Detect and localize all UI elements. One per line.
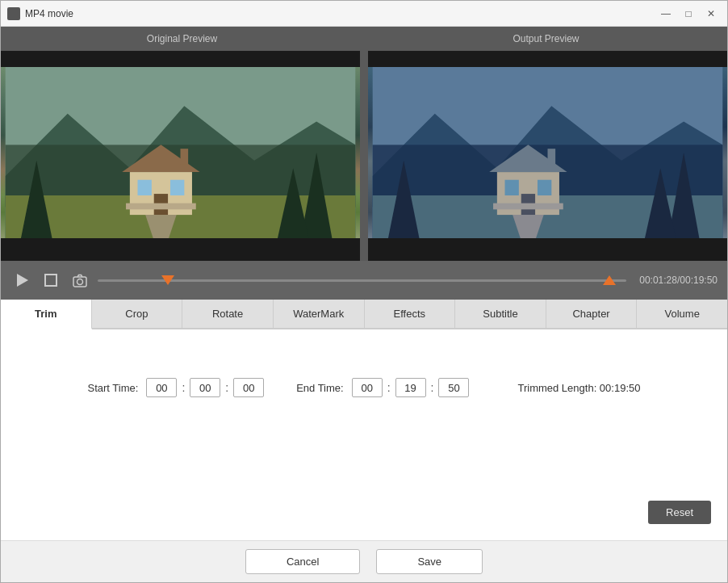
tab-subtitle[interactable]: Subtitle	[455, 300, 546, 328]
start-time-label: Start Time:	[88, 382, 139, 394]
original-bottom-bar	[1, 238, 360, 261]
preview-labels: Original Preview Output Preview	[1, 27, 727, 51]
seek-handle-right[interactable]	[603, 275, 616, 285]
output-preview-label: Output Preview	[365, 27, 727, 51]
tabs-bar: Trim Crop Rotate WaterMark Effects Subti…	[1, 300, 727, 329]
tab-trim[interactable]: Trim	[1, 300, 92, 329]
end-sep2: :	[431, 381, 434, 394]
preview-area: Original Preview Output Preview	[1, 27, 727, 261]
cancel-button[interactable]: Cancel	[245, 549, 360, 574]
main-window: MP4 movie — □ ✕ Original Preview Output …	[0, 0, 728, 583]
start-second-input[interactable]	[233, 378, 264, 397]
app-icon	[7, 7, 20, 20]
reset-btn-area: Reset	[648, 501, 711, 524]
content-area: Start Time: : : End Time: : : Trimmed Le…	[1, 329, 727, 540]
trimmed-length-label: Trimmed Length: 00:19:50	[517, 382, 640, 394]
tab-volume[interactable]: Volume	[637, 300, 727, 328]
stop-icon	[43, 272, 59, 288]
preview-videos	[1, 51, 727, 261]
snapshot-button[interactable]	[69, 269, 91, 292]
end-time-group: End Time: : :	[296, 378, 469, 397]
end-hour-input[interactable]	[352, 378, 383, 397]
close-button[interactable]: ✕	[701, 6, 721, 22]
titlebar: MP4 movie — □ ✕	[1, 1, 727, 27]
start-time-group: Start Time: : :	[88, 378, 265, 397]
end-time-label: End Time:	[296, 382, 344, 394]
seekbar-container[interactable]	[98, 274, 626, 287]
original-video-frame	[1, 67, 360, 238]
window-title: MP4 movie	[25, 8, 73, 19]
preview-gap	[360, 51, 368, 261]
camera-icon	[72, 272, 88, 288]
svg-rect-22	[538, 180, 551, 195]
original-preview-label: Original Preview	[1, 27, 363, 51]
svg-marker-30	[17, 274, 28, 287]
output-video-frame	[368, 67, 727, 238]
play-button[interactable]	[10, 269, 33, 292]
tab-crop[interactable]: Crop	[92, 300, 183, 328]
reset-button[interactable]: Reset	[648, 501, 711, 524]
original-video-panel	[1, 51, 360, 261]
output-top-bar	[368, 51, 727, 67]
svg-rect-10	[181, 149, 189, 164]
maximize-button[interactable]: □	[679, 6, 698, 22]
controls-bar: 00:01:28/00:19:50	[1, 261, 727, 300]
seek-handle-left[interactable]	[161, 275, 174, 285]
tab-rotate[interactable]: Rotate	[182, 300, 274, 328]
start-sep2: :	[225, 381, 228, 394]
titlebar-left: MP4 movie	[7, 7, 73, 20]
output-video-panel	[368, 51, 727, 261]
svg-point-33	[77, 279, 83, 285]
svg-rect-6	[138, 180, 152, 195]
minimize-button[interactable]: —	[656, 6, 676, 22]
end-minute-input[interactable]	[395, 378, 426, 397]
seek-track[interactable]	[98, 279, 626, 282]
svg-rect-9	[126, 203, 196, 210]
svg-rect-31	[45, 275, 56, 286]
output-bottom-bar	[368, 238, 727, 261]
tab-effects[interactable]: Effects	[365, 300, 456, 328]
time-display: 00:01:28/00:19:50	[639, 275, 718, 286]
titlebar-controls: — □ ✕	[656, 6, 721, 22]
svg-rect-7	[170, 180, 184, 195]
svg-rect-21	[505, 180, 519, 195]
save-button[interactable]: Save	[376, 549, 483, 574]
start-minute-input[interactable]	[190, 378, 220, 397]
tab-chapter[interactable]: Chapter	[546, 300, 638, 328]
svg-rect-24	[493, 203, 563, 210]
trim-controls: Start Time: : : End Time: : : Trimmed Le…	[17, 378, 711, 397]
tab-watermark[interactable]: WaterMark	[274, 300, 365, 328]
end-second-input[interactable]	[438, 378, 469, 397]
start-sep1: :	[182, 381, 185, 394]
stop-button[interactable]	[40, 269, 62, 292]
play-icon	[14, 272, 30, 288]
end-sep1: :	[387, 381, 391, 394]
original-top-bar	[1, 51, 360, 67]
svg-rect-25	[548, 149, 556, 164]
bottom-bar: Cancel Save	[1, 540, 727, 582]
start-hour-input[interactable]	[146, 378, 177, 397]
